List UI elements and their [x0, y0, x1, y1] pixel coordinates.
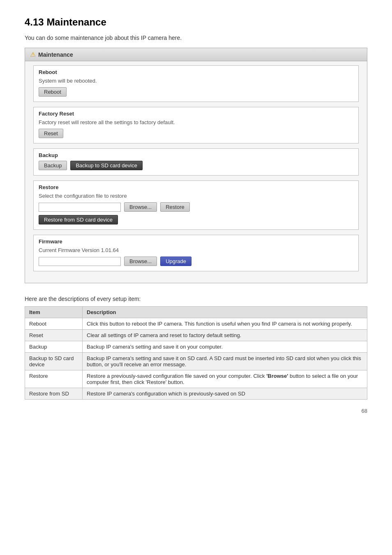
maintenance-icon: ⚠ — [30, 51, 36, 58]
panel-body: Reboot System will be rebooted. Reboot F… — [25, 61, 367, 283]
restore-desc: Select the configuration file to restore — [39, 193, 353, 199]
page-number: 68 — [25, 408, 367, 414]
restore-legend: Restore — [39, 184, 353, 190]
firmware-browse-button[interactable]: Browse... — [124, 257, 157, 266]
restore-button[interactable]: Restore — [160, 202, 190, 212]
reboot-button[interactable]: Reboot — [39, 87, 67, 97]
table-row-desc: Backup IP camera's setting and save it o… — [83, 353, 367, 370]
col-desc-header: Description — [83, 307, 367, 318]
firmware-legend: Firmware — [39, 238, 353, 245]
restore-file-input[interactable] — [39, 203, 121, 212]
description-table: Item Description RebootClick this button… — [25, 306, 367, 400]
table-row-desc: Clear all settings of IP camera and rese… — [83, 330, 367, 341]
restore-from-sd-button[interactable]: Restore from SD card device — [39, 215, 118, 224]
backup-section: Backup Backup Backup to SD card device — [33, 148, 359, 176]
firmware-controls: Browse... Upgrade — [39, 257, 353, 266]
backup-to-sd-button[interactable]: Backup to SD card device — [70, 161, 143, 170]
table-row-item: Restore — [25, 370, 83, 388]
backup-button[interactable]: Backup — [39, 161, 67, 170]
table-row-item: Reset — [25, 330, 83, 341]
reboot-section: Reboot System will be rebooted. Reboot — [33, 65, 359, 102]
factory-reset-desc: Factory reset will restore all the setti… — [39, 119, 353, 125]
page-title: 4.13 Maintenance — [25, 16, 367, 28]
intro-text: You can do some maintenance job about th… — [25, 35, 367, 41]
firmware-file-input[interactable] — [39, 257, 121, 266]
firmware-version-desc: Current Firmware Version 1.01.64 — [39, 247, 353, 253]
table-row-desc: Backup IP camera's setting and save it o… — [83, 341, 367, 353]
restore-sd-controls: Restore from SD card device — [39, 215, 353, 224]
table-row-item: Backup — [25, 341, 83, 353]
maintenance-panel: ⚠ Maintenance Reboot System will be rebo… — [25, 48, 367, 283]
backup-controls: Backup Backup to SD card device — [39, 161, 353, 170]
table-row-item: Restore from SD — [25, 388, 83, 400]
reboot-legend: Reboot — [39, 69, 353, 75]
table-row-desc: Click this button to reboot the IP camer… — [83, 318, 367, 330]
reboot-controls: Reboot — [39, 87, 353, 97]
table-row-item: Reboot — [25, 318, 83, 330]
restore-controls: Browse... Restore — [39, 202, 353, 212]
reset-button[interactable]: Reset — [39, 129, 63, 138]
restore-browse-button[interactable]: Browse... — [124, 202, 157, 212]
restore-section: Restore Select the configuration file to… — [33, 180, 359, 230]
factory-reset-controls: Reset — [39, 129, 353, 138]
table-intro: Here are the descriptions of every setup… — [25, 296, 367, 302]
panel-header: ⚠ Maintenance — [25, 48, 367, 61]
firmware-section: Firmware Current Firmware Version 1.01.6… — [33, 235, 359, 271]
panel-header-title: Maintenance — [38, 51, 73, 58]
reboot-desc: System will be rebooted. — [39, 78, 353, 84]
table-row-desc: Restore IP camera's configuration which … — [83, 388, 367, 400]
upgrade-button[interactable]: Upgrade — [160, 257, 191, 266]
factory-reset-section: Factory Reset Factory reset will restore… — [33, 107, 359, 143]
table-row-item: Backup to SD card device — [25, 353, 83, 370]
table-row-desc: Restore a previously-saved configuration… — [83, 370, 367, 388]
factory-reset-legend: Factory Reset — [39, 111, 353, 117]
backup-legend: Backup — [39, 152, 353, 158]
col-item-header: Item — [25, 307, 83, 318]
